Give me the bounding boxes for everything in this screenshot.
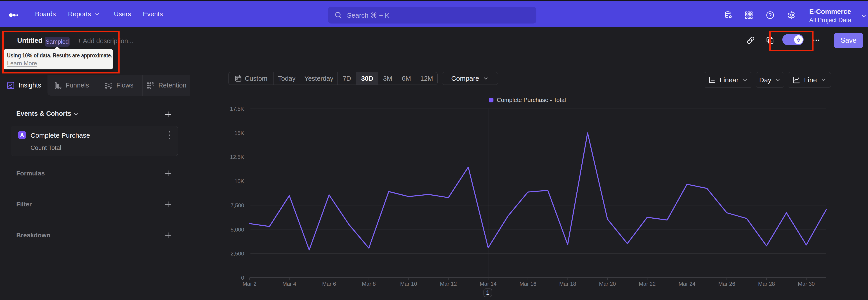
range-label: 3M [383, 75, 392, 82]
x-axis-label: Mar 30 [798, 281, 815, 287]
tab-retention[interactable]: Retention [143, 75, 190, 96]
report-type-tabs: InsightsFunnelsFlowsRetention [0, 75, 190, 96]
search-icon [334, 11, 342, 19]
project-switcher[interactable]: E-Commerce All Project Data [809, 7, 851, 24]
x-axis-label: Mar 4 [282, 281, 296, 287]
help-icon[interactable] [766, 11, 775, 20]
event-metric[interactable]: Count Total [31, 145, 61, 151]
nav-item-events[interactable]: Events [143, 1, 163, 27]
add-breakdown-button[interactable] [164, 231, 172, 239]
chevron-down-icon [775, 77, 781, 83]
event-name[interactable]: Complete Purchase [31, 131, 90, 139]
sampling-toggle-knob [794, 35, 803, 44]
y-axis-label: 2,500 [230, 250, 244, 257]
chevron-down-icon [742, 77, 748, 83]
nav-item-boards[interactable]: Boards [35, 1, 56, 27]
x-axis-label: Mar 12 [440, 281, 457, 287]
compare-button[interactable]: Compare [442, 72, 498, 85]
project-name: E-Commerce [809, 7, 851, 16]
chevron-down-icon [820, 77, 827, 83]
events-section-chevron-down-icon[interactable] [73, 111, 79, 117]
settings-gear-icon[interactable] [787, 11, 796, 20]
data-management-icon[interactable] [724, 11, 733, 20]
events-section-title[interactable]: Events & Cohorts [16, 110, 71, 117]
range-label: Yesterday [305, 75, 333, 82]
add-event-button[interactable] [164, 110, 172, 118]
y-axis-label: 10K [235, 178, 244, 184]
sampling-toggle[interactable] [782, 34, 804, 45]
event-card[interactable]: A Complete Purchase Count Total [11, 126, 178, 156]
retention-icon [146, 81, 155, 90]
nav-item-label: Users [114, 10, 131, 18]
add-filter-button[interactable] [164, 200, 172, 208]
range-today[interactable]: Today [273, 72, 300, 85]
section-label: Formulas [16, 170, 45, 177]
header-divider [828, 35, 828, 45]
range-12m[interactable]: 12M [416, 72, 437, 85]
x-axis-label: Mar 24 [679, 281, 695, 287]
tab-label: Retention [158, 82, 186, 89]
section-label: Filter [16, 201, 32, 208]
more-options-icon[interactable] [812, 37, 820, 43]
y-axis-label: 7,500 [230, 202, 244, 208]
y-axis-label: 15K [235, 130, 244, 136]
funnels-icon [53, 81, 62, 90]
nav-item-users[interactable]: Users [114, 1, 131, 27]
add-description-field[interactable]: + Add description... [78, 37, 133, 45]
tab-flows[interactable]: Flows [95, 75, 143, 96]
insights-chart-icon [6, 81, 15, 90]
project-chevron-down-icon[interactable] [860, 13, 867, 20]
events-section-header: Events & Cohorts [0, 110, 190, 119]
x-axis-label: Mar 22 [639, 281, 656, 287]
series-line-complete-purchase[interactable] [250, 133, 826, 250]
top-nav-menu: BoardsReportsUsersEvents [0, 1, 204, 27]
chevron-down-icon [94, 11, 100, 17]
range-3m[interactable]: 3M [378, 72, 397, 85]
apps-grid-icon[interactable] [744, 11, 753, 20]
range-30d[interactable]: 30D [356, 72, 378, 85]
legend-series-swatch [489, 98, 493, 102]
pagination-page-1[interactable]: 1 [484, 289, 492, 297]
x-axis-label: Mar 14 [480, 281, 497, 287]
nav-item-label: Boards [35, 10, 56, 18]
save-button[interactable]: Save [834, 33, 863, 48]
add-formulas-button[interactable] [164, 169, 172, 177]
section-breakdown: Breakdown [0, 231, 190, 240]
tab-label: Insights [19, 82, 41, 89]
calendar-icon [235, 74, 242, 82]
x-axis-label: Mar 6 [322, 281, 336, 287]
range-custom[interactable]: Custom [228, 72, 273, 85]
learn-more-link[interactable]: Learn More [7, 60, 37, 67]
granularity-selector-button[interactable]: Day [756, 72, 784, 88]
chart-type-label: Line [804, 76, 817, 84]
compare-label: Compare [451, 74, 479, 82]
tab-funnels[interactable]: Funnels [48, 75, 95, 96]
scale-selector-button[interactable]: Linear [704, 72, 752, 88]
x-axis-label: Mar 8 [362, 281, 376, 287]
x-axis-label: Mar 10 [400, 281, 417, 287]
tab-insights[interactable]: Insights [0, 75, 48, 96]
range-label: Custom [245, 75, 268, 82]
tab-label: Funnels [66, 82, 89, 89]
range-yesterday[interactable]: Yesterday [300, 72, 338, 85]
range-6m[interactable]: 6M [397, 72, 416, 85]
line-chart-icon [792, 76, 800, 84]
report-title[interactable]: Untitled [17, 37, 42, 44]
lightning-bolt-icon [796, 37, 802, 43]
range-label: 7D [343, 75, 351, 82]
range-7d[interactable]: 7D [338, 72, 356, 85]
chart-type-selector-button[interactable]: Line [788, 72, 831, 88]
linear-axis-icon [708, 76, 716, 84]
y-axis-label: 5,000 [230, 227, 244, 233]
copy-link-icon[interactable] [746, 36, 755, 45]
sampling-tooltip: Using 10% of data. Results are approxima… [4, 49, 113, 69]
event-options-kebab-icon[interactable] [167, 130, 172, 140]
chevron-down-icon [483, 76, 489, 81]
search-input[interactable]: Search ⌘ + K [328, 7, 536, 24]
copy-to-board-icon[interactable] [765, 36, 774, 45]
chart-legend[interactable]: Complete Purchase - Total [228, 96, 826, 103]
mixpanel-insights-app: BoardsReportsUsersEvents Search ⌘ + K [0, 0, 868, 300]
legend-series-label: Complete Purchase - Total [497, 96, 566, 103]
nav-item-reports[interactable]: Reports [68, 1, 100, 27]
tab-label: Flows [116, 82, 133, 89]
